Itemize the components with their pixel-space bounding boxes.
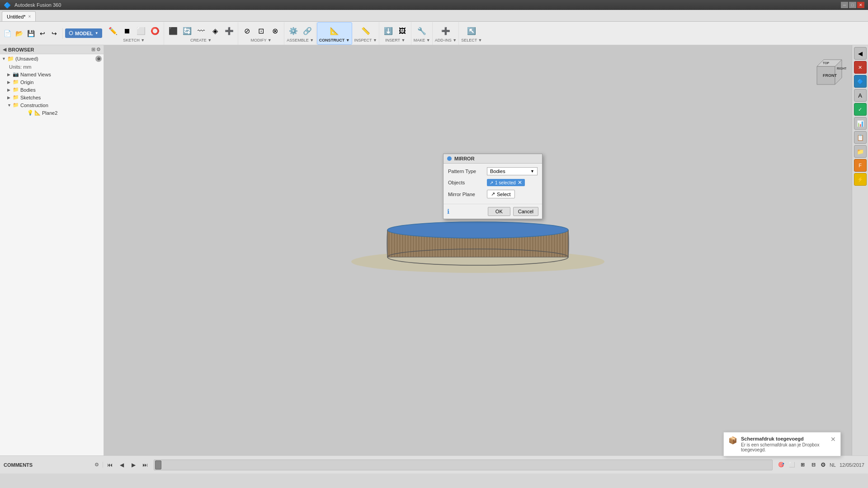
timeline-grid-btn2[interactable]: ⊟ (809, 460, 819, 470)
tab-label: Untitled* (7, 14, 26, 19)
sketches-expand-icon: ▶ (7, 95, 13, 100)
timeline-start-btn[interactable]: ⏮ (105, 460, 115, 470)
units-label: Units: mm (9, 64, 32, 70)
close-button[interactable]: ✕ (857, 2, 864, 8)
mirror-dialog-body: Pattern Type Bodies ▼ Objects ↗ 1 select… (443, 164, 542, 204)
rp-btn-6[interactable]: 📊 (854, 117, 867, 130)
sketch-btn[interactable]: ✏️ (106, 24, 120, 38)
file-tab[interactable]: Untitled* × (2, 11, 36, 21)
viewcube[interactable]: FRONT RIGHT TOP (806, 51, 846, 91)
rp-btn-5[interactable]: ✓ (854, 103, 867, 116)
units-item[interactable]: Units: mm (0, 63, 104, 70)
browser-settings-btn[interactable]: ⚙ (96, 47, 101, 52)
timeline-view-controls: 🎯 ⬜ ⊞ ⊟ (776, 460, 819, 470)
comments-settings-btn[interactable]: ⚙ (94, 462, 99, 468)
rp-btn-10[interactable]: ⚡ (854, 173, 867, 186)
dialog-ok-btn[interactable]: OK (488, 207, 510, 216)
origin-label: Origin (20, 80, 33, 85)
bodies-expand-icon: ▶ (7, 88, 13, 92)
insert-group: ⬇️ 🖼 INSERT ▼ (380, 22, 411, 45)
svg-text:RIGHT: RIGHT (837, 67, 846, 70)
dialog-cancel-btn[interactable]: Cancel (513, 207, 538, 216)
open-button[interactable]: 📂 (14, 28, 24, 39)
browser-collapse-btn[interactable]: ◀ (3, 47, 6, 52)
rp-btn-8[interactable]: 📁 (854, 145, 867, 158)
redo-button[interactable]: ↪ (49, 28, 60, 39)
rp-btn-9[interactable]: F (854, 159, 867, 172)
create-loft-btn[interactable]: ◈ (208, 24, 222, 38)
root-settings-btn[interactable]: ⚙ (95, 56, 102, 62)
create-more-btn[interactable]: ➕ (222, 24, 236, 38)
maximize-button[interactable]: □ (849, 2, 856, 8)
tab-close-icon[interactable]: × (28, 14, 31, 19)
new-button[interactable]: 📄 (2, 28, 13, 39)
make-btn[interactable]: 🔧 (415, 24, 429, 38)
browser-header: ◀ BROWSER ⊞ ⚙ (0, 45, 104, 54)
undo-button[interactable]: ↩ (37, 28, 48, 39)
tree-origin-item[interactable]: ▶ 📁 Origin (0, 78, 104, 86)
origin-folder-icon: 📁 (13, 79, 19, 85)
construction-folder-icon: 📁 (13, 102, 19, 108)
dialog-info-icon[interactable]: ℹ (447, 208, 485, 215)
timeline-next-btn[interactable]: ⏭ (140, 460, 150, 470)
construction-expand-icon: ▼ (7, 103, 13, 108)
rp-btn-4[interactable]: A (854, 89, 867, 102)
rp-btn-7[interactable]: 📋 (854, 131, 867, 144)
insert-btn[interactable]: ⬇️ (382, 24, 395, 38)
tree-construction-item[interactable]: ▼ 📁 Construction (0, 101, 104, 109)
mirror-dialog-titlebar[interactable]: MIRROR (443, 154, 542, 164)
sketch-circle-btn[interactable]: ⭕ (148, 24, 162, 38)
timeline-play-btn[interactable]: ▶ (128, 460, 138, 470)
create-sweep-btn[interactable]: 〰 (194, 24, 208, 38)
tree-bodies-item[interactable]: ▶ 📁 Bodies (0, 86, 104, 94)
tree-sketches-item[interactable]: ▶ 📁 Sketches (0, 94, 104, 101)
timeline-camera-btn[interactable]: 🎯 (776, 460, 786, 470)
assemble-joint-btn[interactable]: 🔗 (301, 24, 314, 38)
browser-expand-all-btn[interactable]: ⊞ (91, 47, 95, 52)
sketch-stop-btn[interactable]: ⏹ (120, 24, 134, 38)
bodies-label: Bodies (20, 87, 36, 93)
inspect-group: 📏 INSPECT ▼ (353, 22, 379, 45)
timeline-grid-btn1[interactable]: ⊞ (798, 460, 808, 470)
timeline-fit-btn[interactable]: ⬜ (787, 460, 797, 470)
rp-btn-1[interactable]: ◀ (854, 47, 867, 60)
bodies-folder-icon: 📁 (13, 87, 19, 93)
save-button[interactable]: 💾 (25, 28, 36, 39)
select-btn[interactable]: ↖️ (465, 24, 478, 38)
sketch-rect-btn[interactable]: ⬜ (134, 24, 148, 38)
tree-root-item[interactable]: ▼ 📁 (Unsaved) ⚙ (0, 54, 104, 63)
tree-plane2-item[interactable]: 💡 📐 Plane2 (0, 109, 104, 117)
construct-plane-btn[interactable]: 📐 (328, 24, 341, 38)
modify-group: ⊘ ⊡ ⊗ MODIFY ▼ (239, 22, 284, 45)
timeline-track[interactable] (154, 460, 773, 470)
root-label: (Unsaved) (15, 56, 95, 61)
titlebar: 🔷 Autodesk Fusion 360 ─ □ ✕ (0, 0, 868, 10)
pattern-type-label: Pattern Type (448, 169, 484, 174)
modify-press-pull-btn[interactable]: ⊘ (241, 24, 254, 38)
date-label: 12/05/2017 (840, 462, 864, 468)
timeline: COMMENTS ⚙ ⏮ ◀ ▶ ⏭ 🎯 ⬜ ⊞ ⊟ ⚙ NL 12/05/20… (0, 455, 868, 474)
viewport[interactable]: FRONT RIGHT TOP (104, 45, 852, 455)
rp-btn-3[interactable]: 🔷 (854, 75, 867, 88)
assemble-btn[interactable]: ⚙️ (287, 24, 300, 38)
comments-panel-label: COMMENTS ⚙ (4, 462, 103, 468)
plane2-light-icon: 💡 (27, 110, 33, 116)
timeline-marker[interactable] (155, 460, 161, 469)
rp-btn-2[interactable]: ✕ (854, 61, 867, 74)
notification-close-btn[interactable]: ✕ (830, 436, 836, 442)
model-workspace-btn[interactable]: ⬡ MODEL ▼ (65, 28, 102, 38)
insert-canvas-btn[interactable]: 🖼 (396, 24, 409, 38)
timeline-prev-btn[interactable]: ◀ (117, 460, 127, 470)
mirror-plane-select-btn[interactable]: ↗ Select (487, 190, 515, 198)
create-extrude-btn[interactable]: ⬛ (166, 24, 180, 38)
modify-fillet-btn[interactable]: ⊡ (255, 24, 268, 38)
create-revolve-btn[interactable]: 🔄 (180, 24, 194, 38)
inspect-btn[interactable]: 📏 (359, 24, 373, 38)
objects-clear-btn[interactable]: ✕ (518, 180, 522, 185)
modify-shell-btn[interactable]: ⊗ (269, 24, 282, 38)
tree-named-views-item[interactable]: ▶ 📷 Named Views (0, 70, 104, 78)
pattern-type-dropdown[interactable]: Bodies ▼ (487, 167, 538, 175)
settings-icon-btn[interactable]: ⚙ (821, 461, 826, 468)
addins-btn[interactable]: ➕ (439, 24, 453, 38)
minimize-button[interactable]: ─ (841, 2, 848, 8)
